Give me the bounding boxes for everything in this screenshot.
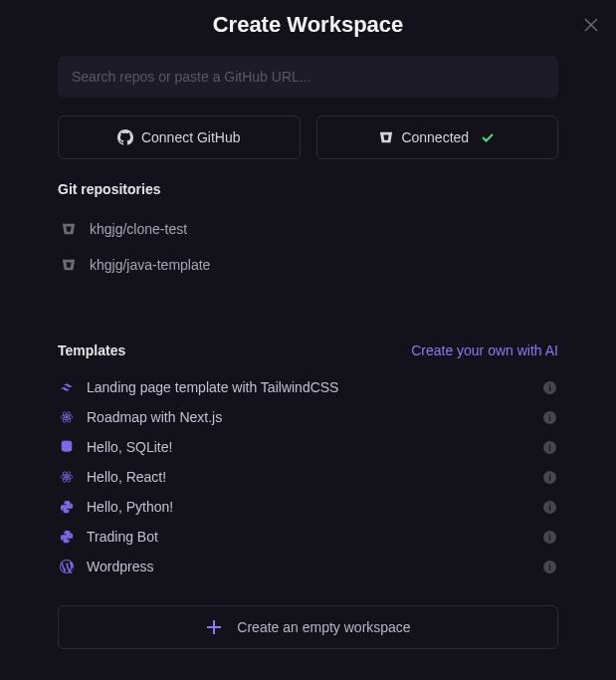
template-item[interactable]: Trading Bot i (58, 522, 558, 552)
template-name: Hello, React! (87, 469, 530, 485)
template-name: Wordpress (87, 559, 530, 574)
connect-github-label: Connect GitHub (141, 129, 241, 145)
connect-github-button[interactable]: Connect GitHub (58, 115, 301, 159)
svg-text:i: i (548, 502, 550, 512)
info-icon[interactable]: i (543, 441, 556, 454)
template-item[interactable]: Landing page template with TailwindCSS i (58, 372, 558, 402)
plus-icon (205, 618, 223, 636)
template-item[interactable]: Hello, React! i (58, 462, 558, 492)
tailwind-icon (60, 380, 74, 394)
close-icon (584, 18, 598, 32)
python-icon (60, 530, 74, 544)
close-button[interactable] (582, 16, 600, 34)
template-name: Landing page template with TailwindCSS (87, 379, 530, 395)
svg-text:i: i (548, 382, 550, 392)
repo-name: khgjg/clone-test (90, 221, 187, 237)
info-icon[interactable]: i (543, 471, 556, 484)
info-icon[interactable]: i (543, 381, 556, 394)
empty-workspace-label: Create an empty workspace (237, 619, 410, 635)
connected-label: Connected (401, 129, 469, 145)
react-icon (60, 410, 74, 424)
svg-text:i: i (548, 442, 550, 452)
connected-button[interactable]: Connected (316, 115, 559, 159)
github-icon (117, 129, 133, 145)
wordpress-icon (60, 560, 74, 573)
template-item[interactable]: Wordpress i (58, 552, 558, 581)
svg-text:i: i (548, 472, 550, 482)
template-name: Trading Bot (87, 529, 530, 545)
svg-text:i: i (548, 532, 550, 542)
info-icon[interactable]: i (543, 531, 556, 544)
database-icon (60, 440, 74, 454)
repo-name: khgjg/java-template (90, 257, 210, 273)
search-input[interactable] (58, 56, 558, 98)
template-name: Roadmap with Next.js (87, 409, 530, 425)
create-ai-link[interactable]: Create your own with AI (411, 342, 558, 358)
svg-point-4 (66, 416, 68, 418)
info-icon[interactable]: i (543, 561, 556, 573)
create-empty-workspace-button[interactable]: Create an empty workspace (58, 605, 558, 649)
template-name: Hello, SQLite! (87, 439, 530, 455)
bitbucket-icon (62, 222, 76, 236)
react-icon (60, 470, 74, 484)
bitbucket-icon (379, 130, 393, 144)
info-icon[interactable]: i (543, 411, 556, 424)
repo-list: khgjg/clone-test khgjg/java-template (58, 211, 558, 283)
check-icon (481, 130, 495, 144)
template-name: Hello, Python! (87, 499, 530, 515)
repos-heading: Git repositories (58, 181, 558, 197)
svg-point-13 (66, 476, 68, 478)
repo-item[interactable]: khgjg/java-template (58, 247, 558, 283)
bitbucket-icon (62, 258, 76, 272)
template-item[interactable]: Hello, SQLite! i (58, 432, 558, 462)
python-icon (60, 500, 74, 514)
modal-title: Create Workspace (58, 12, 558, 38)
template-item[interactable]: Hello, Python! i (58, 492, 558, 522)
template-list: Landing page template with TailwindCSS i… (58, 372, 558, 581)
template-item[interactable]: Roadmap with Next.js i (58, 402, 558, 432)
templates-heading: Templates (58, 342, 125, 358)
svg-text:i: i (548, 412, 550, 422)
svg-text:i: i (548, 562, 550, 571)
repo-item[interactable]: khgjg/clone-test (58, 211, 558, 247)
info-icon[interactable]: i (543, 501, 556, 514)
